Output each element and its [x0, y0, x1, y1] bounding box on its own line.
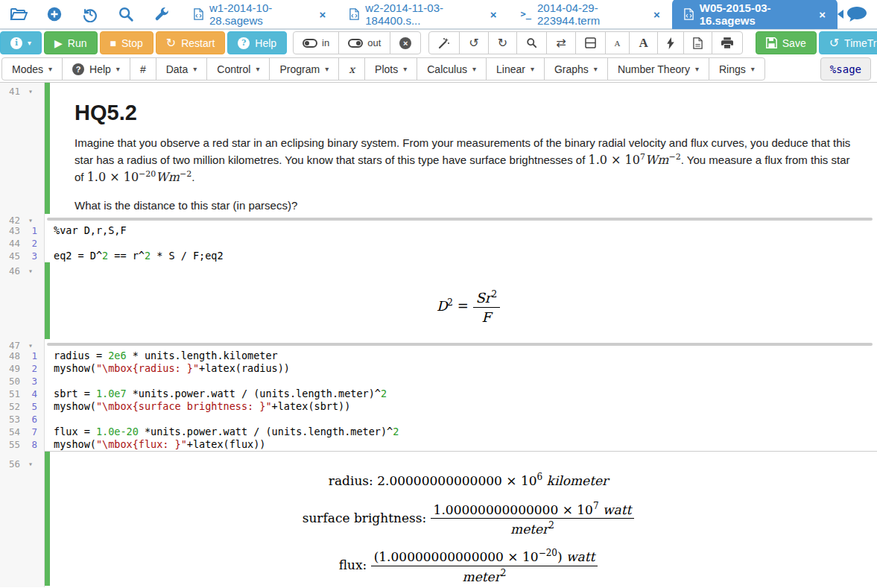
caret-down-icon: ▾: [472, 65, 476, 73]
code-line[interactable]: 431%var D,r,S,F: [0, 224, 877, 237]
code-editor[interactable]: 431%var D,r,S,F442453eq2 = D^2 == r^2 * …: [0, 224, 877, 262]
tab-w1-2014-10-28[interactable]: w1-2014-10-28.sagews ×: [182, 0, 338, 29]
gutter-numbers: 492: [0, 362, 45, 375]
menu-help[interactable]: ? Help▾: [62, 57, 130, 80]
pdf-file-icon: [693, 37, 703, 49]
tab-terminal-2014-04-29[interactable]: >_ 2014-04-29-223944.term ×: [509, 0, 672, 29]
code-line[interactable]: 481radius = 2e6 * units.length.kilometer: [0, 350, 877, 362]
close-icon[interactable]: ×: [490, 8, 497, 21]
print-button[interactable]: [712, 31, 743, 54]
code-line[interactable]: 492myshow("\mbox{radius: }"+latex(radius…: [0, 362, 877, 375]
search-button[interactable]: [116, 4, 136, 24]
menu-data[interactable]: Data▾: [156, 57, 208, 80]
code-line[interactable]: 453eq2 = D^2 == r^2 * S / F;eq2: [0, 250, 877, 262]
code-line-text[interactable]: myshow("\mbox{flux: }"+latex(flux)): [45, 438, 877, 451]
code-line-text[interactable]: radius = 2e6 * units.length.kilometer: [45, 350, 877, 362]
code-line-text[interactable]: flux = 1.0e-20 *units.power.watt / (unit…: [45, 426, 877, 438]
redo-button[interactable]: ↻: [488, 31, 517, 54]
tab-label: W05-2015-03-16.sagews: [700, 1, 806, 27]
toggle-icon: [303, 39, 317, 48]
menu-linear[interactable]: Linear▾: [486, 57, 545, 80]
cell-divider[interactable]: 47 ▾: [0, 339, 877, 350]
cell-divider-bar[interactable]: [47, 218, 873, 221]
split-view-button[interactable]: [575, 31, 606, 54]
increase-font-button[interactable]: A: [629, 31, 657, 54]
code-cell[interactable]: 47 ▾ 481radius = 2e6 * units.length.kilo…: [0, 339, 877, 451]
undo-button[interactable]: ↺: [459, 31, 488, 54]
caret-down-icon: ▾: [48, 65, 52, 73]
menu-program[interactable]: Program▾: [269, 57, 339, 80]
code-editor[interactable]: 481radius = 2e6 * units.length.kilometer…: [0, 350, 877, 451]
save-group: Save ↺ TimeTravel: [756, 31, 877, 54]
collapse-caret-icon[interactable]: ▾: [28, 85, 33, 214]
flash-button[interactable]: [657, 31, 684, 54]
decrease-font-button[interactable]: A: [605, 31, 630, 54]
gutter-numbers: 431: [0, 224, 45, 237]
lightning-bolt-icon: [667, 37, 674, 49]
tab-w05-2015-03-16-active[interactable]: W05-2015-03-16.sagews ×: [672, 0, 838, 29]
open-file-button[interactable]: [9, 4, 28, 24]
new-file-button[interactable]: [45, 4, 64, 24]
latex-output: radius: 2.00000000000000 × 106 kilometer…: [50, 452, 877, 586]
recent-files-button[interactable]: [80, 4, 100, 24]
chat-toggle-button[interactable]: [838, 7, 877, 22]
menu-plots[interactable]: Plots▾: [364, 57, 417, 80]
cell-output-marker: [45, 262, 50, 339]
menu-graphs[interactable]: Graphs▾: [544, 57, 608, 80]
cell-divider-bar[interactable]: [47, 343, 873, 346]
code-line[interactable]: 514sbrt = 1.0e7 *units.power.watt / (uni…: [0, 388, 877, 400]
help-button[interactable]: ? Help: [227, 31, 287, 54]
export-pdf-button[interactable]: [683, 31, 712, 54]
code-line-text[interactable]: %var D,r,S,F: [45, 224, 877, 237]
code-line[interactable]: 525myshow("\mbox{surface brightness: }"+…: [0, 400, 877, 413]
code-line-text[interactable]: myshow("\mbox{surface brightness: }"+lat…: [45, 400, 877, 413]
caret-down-icon: ▾: [594, 65, 598, 73]
caret-down-icon: ▾: [695, 65, 699, 73]
restart-button[interactable]: ↻ Restart: [156, 31, 226, 54]
run-button[interactable]: ▶ Run: [44, 31, 97, 54]
code-line-text[interactable]: sbrt = 1.0e7 *units.power.watt / (units.…: [45, 388, 877, 400]
code-line[interactable]: 547flux = 1.0e-20 *units.power.watt / (u…: [0, 426, 877, 438]
tab-w2-2014-11-03[interactable]: w2-2014-11-03-184400.s... ×: [338, 0, 508, 29]
menu-var-x[interactable]: x: [338, 57, 365, 80]
timetravel-button[interactable]: ↺ TimeTravel: [819, 31, 877, 54]
info-dropdown-button[interactable]: i ▾: [0, 31, 42, 54]
settings-button[interactable]: [152, 4, 171, 24]
code-line-text[interactable]: eq2 = D^2 == r^2 * S / F;eq2: [45, 250, 877, 262]
code-line[interactable]: 442: [0, 237, 877, 250]
close-icon[interactable]: ×: [319, 8, 326, 21]
menu-number-theory[interactable]: Number Theory▾: [607, 57, 709, 80]
code-line-text[interactable]: [45, 375, 877, 388]
code-line[interactable]: 536: [0, 413, 877, 426]
file-code-icon: [194, 8, 203, 20]
code-line-text[interactable]: myshow("\mbox{radius: }"+latex(radius)): [45, 362, 877, 375]
output-separator-line: [45, 451, 877, 452]
toggle-output-button[interactable]: out: [338, 31, 390, 54]
format-wand-button[interactable]: [428, 31, 460, 54]
menu-calculus[interactable]: Calculus▾: [417, 57, 487, 80]
search-icon: [526, 37, 537, 48]
replace-button[interactable]: ⇄: [546, 31, 575, 54]
code-line[interactable]: 558myshow("\mbox{flux: }"+latex(flux)): [0, 438, 877, 451]
menu-control[interactable]: Control▾: [206, 57, 270, 80]
code-cell[interactable]: 42 ▾ 431%var D,r,S,F442453eq2 = D^2 == r…: [0, 214, 877, 262]
times-circle-icon: ×: [399, 37, 411, 49]
close-icon[interactable]: ×: [653, 8, 660, 21]
sage-worksheet[interactable]: 41 ▾ HQ5.2 Imagine that you observe a re…: [0, 83, 877, 587]
menu-modes[interactable]: Modes▾: [1, 57, 63, 80]
stop-button[interactable]: ■ Stop: [100, 31, 153, 54]
collapse-caret-icon[interactable]: ▾: [28, 458, 33, 586]
save-button[interactable]: Save: [756, 31, 817, 54]
clear-output-button[interactable]: ×: [390, 31, 421, 54]
cell-divider[interactable]: 42 ▾: [0, 214, 877, 224]
close-icon[interactable]: ×: [819, 8, 826, 21]
menu-markdown[interactable]: #: [130, 57, 156, 80]
menu-rings[interactable]: Rings▾: [709, 57, 765, 80]
code-line[interactable]: 503: [0, 375, 877, 388]
code-line-text[interactable]: [45, 413, 877, 426]
code-line-text[interactable]: [45, 237, 877, 250]
find-button[interactable]: [516, 31, 547, 54]
mode-indicator-button[interactable]: %sage: [820, 57, 871, 80]
collapse-caret-icon[interactable]: ▾: [28, 265, 33, 339]
toggle-input-button[interactable]: in: [293, 31, 339, 54]
